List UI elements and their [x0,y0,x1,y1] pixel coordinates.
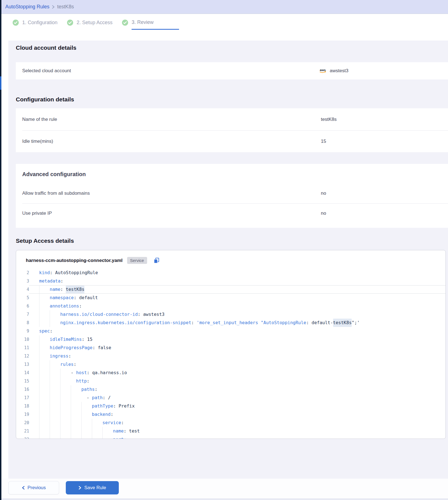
save-rule-button-label: Save Rule [84,485,106,491]
indent-guide [50,435,60,439]
line-number: 7 [16,310,29,319]
row-value: awsawstest3 [319,68,348,74]
line-content: backend: [29,410,446,419]
detail-row: Name of the ruletestK8s [16,108,448,130]
line-number: 12 [16,352,29,360]
line-number: 13 [16,360,29,369]
detail-row: Selected cloud accountawsawstest3 [16,62,448,79]
indent-guide [39,294,50,302]
line-number: 22 [16,435,29,439]
line-number: 3 [16,277,29,285]
indent-guide [39,377,50,385]
line-number: 6 [16,302,29,310]
indent-guide [39,344,50,352]
indent-guide [81,402,92,410]
previous-button-label: Previous [27,485,46,491]
indent-guide [39,335,50,344]
line-content: kind: AutoStoppingRule [29,270,446,277]
footer-bar: Previous Save Rule [1,479,448,500]
indent-guide [39,302,50,310]
step-label: 1. Configuration [22,20,57,29]
collapsed-sidebar[interactable] [0,0,1,500]
indent-guide [39,385,50,394]
stepper-step-3[interactable]: 3. Review [122,19,179,26]
line-number: 10 [16,335,29,344]
code-line-15: 15http: [16,377,446,385]
line-number: 20 [16,419,29,427]
indent-guide [102,427,113,435]
indent-guide [39,427,50,435]
breadcrumb-link-autostopping-rules[interactable]: AutoStopping Rules [5,4,49,10]
stepper-step-2[interactable]: 2. Setup Access [67,19,112,26]
indent-guide [60,377,71,385]
indent-guide [39,360,50,369]
page: AutoStopping Rules testK8s 1. Configurat… [0,0,448,500]
indent-guide [60,394,71,402]
code-line-10: 10idleTimeMins: 15 [16,335,446,344]
stepper-step-1[interactable]: 1. Configuration [12,19,57,26]
indent-guide [71,410,81,419]
previous-button[interactable]: Previous [8,481,59,494]
indent-guide [50,385,60,394]
copy-icon[interactable] [153,257,160,264]
indent-guide [92,427,102,435]
line-number: 8 [16,319,29,327]
line-content: metadata: [29,277,446,285]
sidebar-scroll-thumb[interactable] [0,76,1,90]
line-number: 19 [16,410,29,419]
step-done-icon [122,19,128,26]
step-label: 3. Review [132,19,179,30]
line-content: hideProgressPage: false [29,344,446,352]
wizard-stepper: 1. Configuration2. Setup Access3. Review [1,14,448,41]
chevron-right-icon [79,486,82,490]
indent-guide [50,427,60,435]
code-line-16: 16paths: [16,385,446,394]
cloud-account-card: Selected cloud accountawsawstest3 [16,62,448,79]
indent-guide [81,419,92,427]
step-done-icon [67,19,73,26]
window-bottom-edge [1,498,448,500]
yaml-code-editor[interactable]: 2kind: AutoStoppingRule3metadata:4name: … [16,270,446,439]
indent-guide [71,394,81,402]
indent-guide [50,394,60,402]
line-content: - host: qa.harness.io [29,369,446,377]
line-content: port: [29,435,446,439]
line-content: name: test [29,427,446,435]
row-value: no [321,211,326,216]
line-content: name: testK8s [29,285,446,294]
indent-guide [60,369,71,377]
breadcrumb-current: testK8s [57,4,74,10]
line-number: 11 [16,344,29,352]
save-rule-button[interactable]: Save Rule [66,481,119,494]
code-line-4: 4name: testK8s [16,285,446,294]
indent-guide [60,419,71,427]
indent-guide [39,402,50,410]
code-line-11: 11hideProgressPage: false [16,344,446,352]
code-line-6: 6annotations: [16,302,446,310]
yaml-filename: harness-ccm-autostopping-connector.yaml [26,258,123,263]
indent-guide [60,435,71,439]
indent-guide [50,369,60,377]
line-content: - path: / [29,394,446,402]
indent-guide [60,385,71,394]
aws-logo-icon: aws [319,68,328,74]
indent-guide [71,427,81,435]
code-line-12: 12ingress: [16,352,446,360]
code-line-21: 21name: test [16,427,446,435]
indent-guide [71,435,81,439]
line-content: idleTimeMins: 15 [29,335,446,344]
service-badge: Service [127,257,147,264]
line-number: 21 [16,427,29,435]
line-number: 15 [16,377,29,385]
advanced-configuration-card: Advanced configuration Allow traffic fro… [16,164,448,228]
row-value: no [321,191,326,196]
row-label: Selected cloud account [22,68,71,74]
row-label: Name of the rule [22,117,57,122]
section-title-configuration: Configuration details [16,96,74,103]
indent-guide [50,319,60,327]
indent-guide [71,402,81,410]
row-label: Idle time(mins) [22,139,53,144]
indent-guide [50,377,60,385]
code-line-18: 18pathType: Prefix [16,402,446,410]
indent-guide [60,427,71,435]
